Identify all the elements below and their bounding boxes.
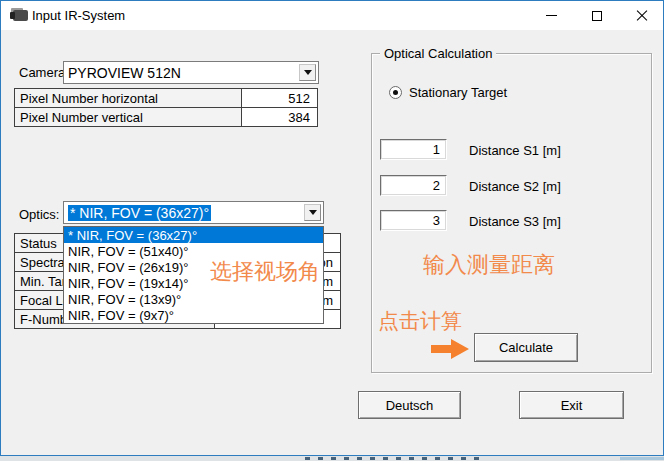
optics-option[interactable]: NIR, FOV = (9x7)° — [64, 307, 323, 323]
radio-dot-icon — [393, 90, 398, 95]
pixel-table-value: 384 — [242, 108, 317, 126]
optics-option[interactable]: NIR, FOV = (13x9)° — [64, 291, 323, 307]
annotation-select-fov: 选择视场角 — [210, 257, 320, 287]
optics-combobox[interactable]: * NIR, FOV = (36x27)° — [63, 201, 324, 224]
distance-s2-label: Distance S2 [m] — [469, 179, 561, 194]
distance-s3-label: Distance S3 [m] — [469, 214, 561, 229]
distance-s2-input[interactable] — [380, 175, 447, 196]
pixel-number-table: Pixel Number horizontal 512 Pixel Number… — [14, 88, 318, 127]
deutsch-button[interactable]: Deutsch — [358, 391, 461, 419]
minimize-button[interactable] — [534, 1, 568, 30]
camera-combobox[interactable]: PYROVIEW 512N — [63, 61, 319, 84]
exit-button-label: Exit — [561, 398, 583, 413]
minimize-icon — [546, 15, 557, 16]
pixel-table-value: 512 — [242, 89, 317, 107]
camera-label: Camera: — [19, 65, 69, 80]
chevron-down-icon — [309, 210, 317, 215]
distance-s3-input[interactable] — [380, 210, 447, 231]
close-button[interactable] — [625, 1, 659, 30]
optics-combobox-value: * NIR, FOV = (36x27)° — [68, 205, 211, 221]
background-window-fragment — [305, 457, 480, 460]
group-title: Optical Calculation — [380, 46, 496, 61]
camera-combobox-value: PYROVIEW 512N — [68, 65, 181, 81]
background-window-fragment — [620, 457, 664, 460]
optics-option[interactable]: * NIR, FOV = (36x27)° — [64, 227, 323, 243]
close-icon — [636, 10, 648, 22]
exit-button[interactable]: Exit — [519, 391, 624, 419]
stationary-target-label: Stationary Target — [409, 85, 507, 100]
dialog-window: Input IR-System Camera: PYROVIEW 512N Pi… — [0, 0, 664, 456]
optics-label: Optics: — [19, 207, 59, 222]
camera-combobox-arrow[interactable] — [299, 64, 316, 81]
optics-combobox-arrow[interactable] — [304, 204, 321, 221]
ir-camera-app-icon — [10, 8, 28, 23]
annotation-enter-distance: 输入测量距离 — [423, 250, 555, 280]
distance-s1-input[interactable] — [380, 139, 447, 160]
window-title: Input IR-System — [32, 8, 125, 23]
pixel-table-label: Pixel Number vertical — [15, 108, 241, 126]
titlebar: Input IR-System — [1, 1, 663, 30]
pixel-table-label: Pixel Number horizontal — [15, 89, 241, 107]
maximize-icon — [592, 11, 602, 21]
background-strip — [0, 456, 664, 461]
orange-arrow-icon — [431, 339, 469, 359]
calculate-button-label: Calculate — [499, 340, 553, 355]
annotation-click-calculate: 点击计算 — [378, 307, 462, 335]
deutsch-button-label: Deutsch — [386, 398, 434, 413]
calculate-button[interactable]: Calculate — [474, 333, 578, 362]
stationary-target-radio[interactable] — [389, 86, 402, 99]
distance-s1-label: Distance S1 [m] — [469, 143, 561, 158]
chevron-down-icon — [304, 70, 312, 75]
maximize-button[interactable] — [580, 1, 614, 30]
